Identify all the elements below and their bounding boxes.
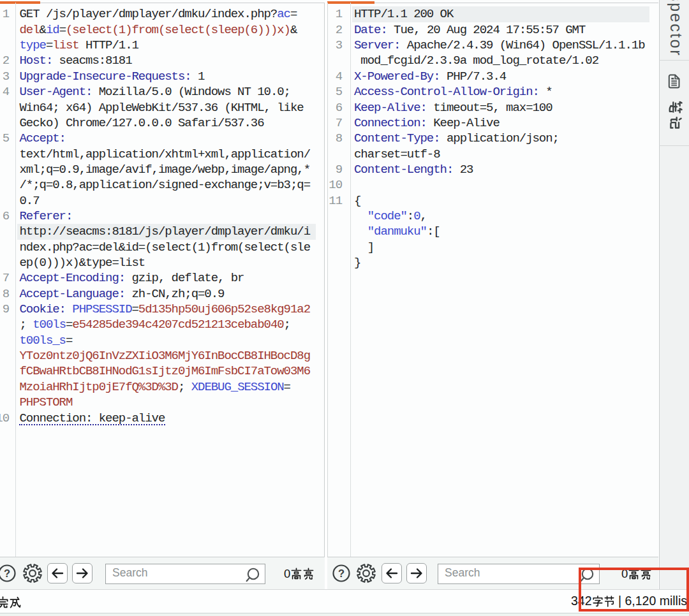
svg-text:?: ? [3,568,10,579]
svg-text:?: ? [338,568,344,579]
